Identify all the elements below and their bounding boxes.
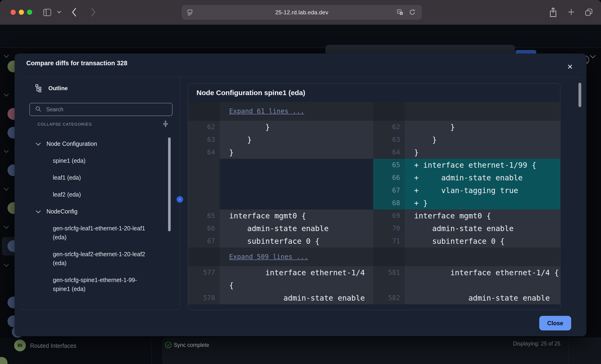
line-number-right: 63 (373, 133, 405, 146)
background-chevron-icon (4, 54, 9, 59)
compare-diffs-modal: Compare diffs for transaction 328 ✕ Outl… (15, 53, 586, 336)
modal-scrollbar-thumb[interactable] (579, 83, 581, 107)
url-text[interactable]: 25-12.rd.lab.eda.dev (275, 9, 328, 16)
code-line-right: subinterface 0 { (405, 235, 560, 248)
code-line-left: admin-state enable (220, 222, 373, 235)
diff-row: 67 subinterface 0 {71 subinterface 0 { (188, 235, 560, 248)
tree-group[interactable]: Node Configuration (15, 135, 180, 152)
diff-row: 66 admin-state enable70 admin-state enab… (188, 222, 560, 235)
code-line-right: } (405, 121, 560, 133)
background-chevron-icon (4, 263, 9, 268)
window-minimize-button[interactable] (19, 10, 24, 15)
line-number-left: 578 (188, 292, 220, 304)
line-number-right: 68 (373, 197, 405, 210)
added-line: 65+ interface ethernet-1/99 { (373, 159, 560, 172)
expand-gutter (188, 248, 220, 266)
tree-item[interactable]: gen-srlcfg-spine1-ethernet-1-99-spine1 (… (15, 272, 149, 297)
screen: 25-12.rd.lab.eda.dev A a (0, 0, 601, 364)
sidebar-toggle-icon[interactable] (43, 9, 51, 16)
table-chevron-icon (590, 54, 596, 60)
address-bar[interactable]: 25-12.rd.lab.eda.dev A a (182, 5, 422, 20)
search-icon (35, 106, 41, 113)
background-chevron-icon (4, 225, 9, 230)
expand-row: Expand 61 lines ... (188, 102, 560, 121)
window-close-button[interactable] (10, 10, 16, 15)
sidebar-item-routed-interfaces[interactable]: Routed Interfaces (30, 342, 76, 349)
expand-lines-link[interactable]: Expand 61 lines ... (229, 102, 304, 121)
line-number-right: 64 (373, 146, 405, 159)
reader-view-icon[interactable] (186, 9, 193, 16)
tree-item[interactable]: gen-srlcfg-leaf2-ethernet-1-20-leaf2 (ed… (15, 246, 149, 272)
line-number-right: 71 (373, 235, 405, 248)
added-code-line: + vlan-tagging true (405, 184, 560, 197)
code-line-left: interface ethernet-1/4 { (220, 266, 373, 292)
chevron-down-icon (36, 203, 41, 220)
outline-tree: Node Configurationspine1 (eda)leaf1 (eda… (15, 135, 180, 297)
window-zoom-button[interactable] (27, 10, 32, 15)
expand-cell: Expand 61 lines ... (220, 102, 373, 121)
code-line-right: interface ethernet-1/4 { (405, 266, 560, 292)
forward-icon[interactable] (91, 8, 96, 17)
chevron-down-icon (36, 135, 41, 152)
divider (21, 310, 180, 310)
code-line-left: } (220, 121, 373, 133)
diff-row: 63 }63 } (188, 133, 560, 146)
collapse-pane-handle[interactable]: ‹ (177, 196, 183, 203)
line-number-right: 65 (373, 159, 405, 172)
empty-gutter (188, 159, 220, 210)
code-line-right: } (405, 146, 560, 159)
sync-check-icon (165, 342, 172, 349)
line-number-right: 67 (373, 184, 405, 197)
line-number-left: 63 (188, 133, 220, 146)
diff-panel: Node Configuration spine1 (eda) Expand 6… (188, 83, 560, 310)
svg-text:a: a (401, 12, 402, 15)
tree-item[interactable]: gen-srlcfg-leaf1-ethernet-1-20-leaf1 (ed… (15, 220, 149, 246)
expand-gutter (188, 102, 220, 121)
expand-lines-link[interactable]: Expand 509 lines ... (229, 248, 308, 266)
line-number-left: 66 (188, 222, 220, 235)
added-block: 65+ interface ethernet-1/99 {66+ admin-s… (188, 159, 560, 210)
code-line-left: subinterface 0 { (220, 235, 373, 248)
divider (568, 338, 569, 364)
background-chevron-icon (4, 150, 9, 154)
tree-item[interactable]: leaf2 (eda) (15, 186, 149, 203)
divider (151, 338, 152, 364)
expand-gutter (373, 248, 405, 266)
sidebar-menu-chevron-icon[interactable] (57, 10, 61, 14)
line-number-right: 582 (373, 292, 405, 304)
code-line-left: admin-state enable (220, 292, 373, 304)
tab-overview-icon[interactable] (585, 8, 593, 16)
share-icon[interactable] (549, 7, 558, 17)
close-button[interactable]: Close (539, 316, 571, 330)
tree-group-label: Node Configuration (47, 135, 97, 152)
diff-row: 578 admin-state enable582 admin-state en… (188, 292, 560, 304)
code-line-left: } (220, 133, 373, 146)
diff-body: Expand 61 lines ...62 }62 }63 }63 }64}64… (188, 102, 560, 310)
expand-cell (405, 102, 560, 121)
expand-gutter (373, 102, 405, 121)
added-line: 68+ } (373, 197, 560, 210)
search-box[interactable] (29, 103, 172, 116)
collapse-categories-label[interactable]: COLLAPSE CATEGORIES (38, 122, 92, 127)
line-number-right: 69 (373, 210, 405, 222)
collapse-all-icon[interactable] (162, 120, 169, 129)
bottom-bar: RI Routed Interfaces Sync complete Displ… (0, 338, 601, 364)
reload-icon[interactable] (409, 9, 416, 16)
back-icon[interactable] (72, 8, 77, 17)
search-input[interactable] (46, 106, 172, 113)
outline-heading: Outline (48, 85, 68, 91)
added-code-line: + interface ethernet-1/99 { (405, 159, 560, 172)
new-tab-icon[interactable] (567, 8, 575, 16)
outline-header: Outline (35, 84, 68, 93)
close-icon[interactable]: ✕ (564, 61, 576, 73)
line-number-right: 70 (373, 222, 405, 235)
code-line-left: interface mgmt0 { (220, 210, 373, 222)
divider (180, 77, 180, 310)
translate-icon[interactable]: A a (397, 9, 404, 16)
sidebar-scrollbar-thumb[interactable] (168, 137, 171, 231)
tree-item[interactable]: leaf1 (eda) (15, 169, 149, 186)
tree-group[interactable]: NodeConfig (15, 203, 180, 220)
tree-item[interactable]: spine1 (eda) (15, 152, 149, 169)
tree-group-label: NodeConfig (47, 203, 78, 220)
added-code-line: + admin-state enable (405, 172, 560, 184)
